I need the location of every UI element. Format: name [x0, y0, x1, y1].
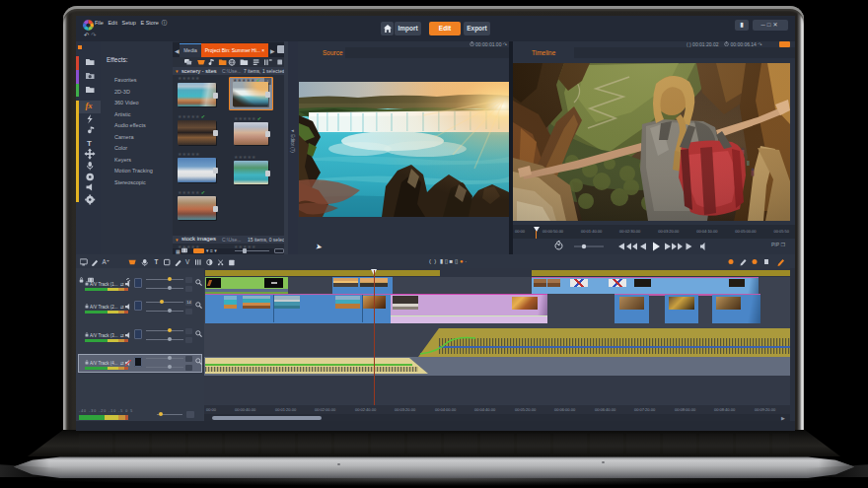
svg-text:V: V [185, 258, 190, 265]
svg-text:fx: fx [86, 101, 94, 110]
svg-text:T: T [87, 139, 92, 148]
svg-text:T: T [155, 258, 159, 265]
svg-text:A⁺: A⁺ [103, 258, 110, 265]
